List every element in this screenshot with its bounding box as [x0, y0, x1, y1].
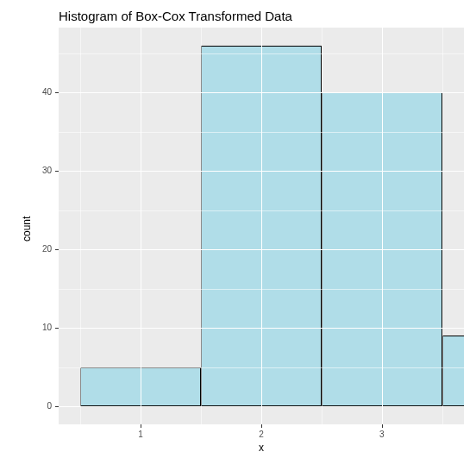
histogram-bar	[442, 336, 464, 406]
gridline-v	[141, 28, 141, 424]
chart-container: Histogram of Box-Cox Transformed Data co…	[0, 0, 476, 458]
y-axis-title: count	[21, 216, 33, 242]
gridline-v-minor	[80, 28, 81, 424]
x-tick-mark	[261, 424, 262, 428]
y-tick-label: 40	[0, 87, 52, 97]
x-tick-label: 2	[244, 430, 279, 439]
y-tick-label: 10	[0, 323, 52, 332]
y-tick-label: 20	[0, 244, 52, 254]
gridline-v-minor	[322, 28, 323, 424]
gridline-v	[261, 28, 262, 424]
x-tick-label: 1	[123, 430, 158, 439]
x-tick-mark	[382, 424, 383, 428]
gridline-v	[382, 28, 383, 424]
y-tick-label: 0	[0, 401, 52, 411]
y-tick-mark	[55, 92, 59, 93]
y-tick-mark	[55, 406, 59, 407]
y-tick-label: 30	[0, 166, 52, 175]
x-tick-mark	[141, 424, 141, 428]
y-tick-mark	[55, 249, 59, 250]
y-tick-mark	[55, 171, 59, 172]
x-axis-title: x	[244, 442, 279, 454]
x-tick-label: 3	[365, 430, 399, 439]
chart-title: Histogram of Box-Cox Transformed Data	[59, 9, 292, 23]
gridline-v-minor	[442, 28, 443, 424]
plot-panel	[59, 28, 464, 424]
gridline-v-minor	[201, 28, 202, 424]
y-tick-mark	[55, 328, 59, 329]
